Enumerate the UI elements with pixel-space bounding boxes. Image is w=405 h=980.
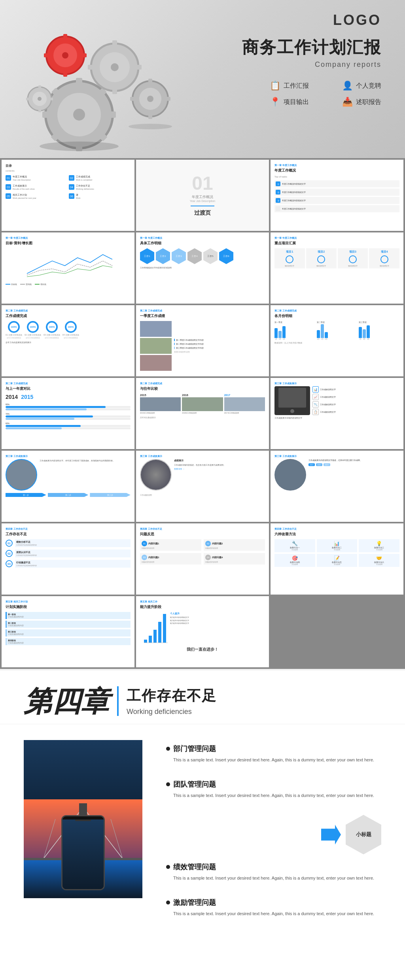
- s12-icon-2: 📈 工作成效说明文字: [312, 394, 399, 400]
- step-2: 第二季度工作成绩说明文字内容: [174, 343, 265, 345]
- bg3-title: 第三季度: [359, 321, 399, 323]
- project-3: 项目3 项目说明文字: [338, 248, 368, 268]
- transition-divider: [191, 206, 214, 206]
- step-c: 第三步: [90, 493, 131, 497]
- legend-1: 目标线: [6, 283, 17, 285]
- slide-donut: 第二章 工作成绩完成 工作成绩完成 100% 01 主要工作情况说 全年工作的进…: [2, 305, 134, 376]
- clipboard-icon: 📋: [270, 81, 280, 91]
- phone-screen: [62, 819, 104, 890]
- method-2: 📊 改善方法二 方法说明: [317, 539, 358, 552]
- menu-item-2: 👤 个人竞聘: [315, 81, 382, 91]
- ch1-desc-3: 年度工作概况内容描述文字: [282, 199, 306, 202]
- donut-sub-1: 全年工作的进展情况: [7, 337, 21, 339]
- svg-rect-5: [109, 111, 116, 118]
- ch1-icon-1: ①: [276, 181, 280, 186]
- s13-label: 第三章 工作成效展示: [6, 455, 131, 458]
- prob3-title: 内部问题3: [148, 556, 159, 559]
- legend-label-2: 营利线: [26, 283, 32, 285]
- slide-problem-diagram: 第四章 工作存在不足 问题反思 01 内部问题1 问题反思内容说明 02 内部问…: [136, 523, 269, 595]
- s15-text: 工作成效展示内容说明文字描述，记录本年度主要工作成果。: [308, 459, 399, 462]
- year-labels: 2014 2015: [6, 394, 131, 400]
- slide-line-chart: 第一章 年度工作概况 目标·营利·增长图 目标线 营利线 增长线: [2, 232, 134, 304]
- menu-label-2: 个人竞聘: [356, 82, 381, 90]
- ch1-label: 第一章 年度工作概况: [274, 164, 399, 167]
- prob-3: 03 内部问题3 问题反思内容说明: [140, 553, 201, 565]
- problem-text-3: This is a sample text. Insert your desir…: [173, 875, 381, 882]
- m6-desc: 方法说明: [360, 563, 398, 565]
- toc-item-3: 03 工作成效展示Results of the work show: [6, 184, 67, 190]
- step-3: 第三季度工作成绩说明文字内容: [174, 347, 265, 349]
- svg-point-34: [38, 97, 42, 101]
- cl2: 70%: [6, 413, 131, 415]
- s12-icon-1: 📊 工作成效说明文字: [312, 386, 399, 393]
- bc2-col3: 6月: [325, 332, 328, 340]
- donut-label-1: 01 主要工作情况说: [6, 334, 22, 336]
- svg-rect-22: [63, 72, 67, 77]
- yp2-desc: 2016年工作情况说明: [182, 412, 223, 414]
- prob-1: 01 内部问题1 问题反思内容说明: [140, 539, 201, 551]
- ability-bar-chart: [140, 612, 168, 644]
- donut-label-3: 03 主要工作情况说: [44, 334, 60, 336]
- problem-text-1: This is a sample text. Insert your desir…: [173, 757, 381, 764]
- donut-2: 100% 02 主要工作情况说 全年工作的进展情况: [25, 321, 41, 339]
- problem-section-2: 团队管理问题 This is a sample text. Insert you…: [166, 780, 381, 799]
- hero-menu: 📋 工作汇报 👤 个人竞聘 📍 项目输出 📥 述职报告: [242, 81, 381, 107]
- yp-3: 2017 2017年工作情况说明: [224, 394, 265, 414]
- toc-num-3: 03: [6, 184, 11, 190]
- prob2-desc: 问题反思内容说明: [205, 547, 263, 549]
- menu-label-1: 工作汇报: [284, 82, 309, 90]
- prob-4: 04 内部问题4 问题反思内容说明: [204, 553, 265, 565]
- donut-3: 100% 03 主要工作情况说 全年工作的进展情况: [44, 321, 60, 339]
- toc-header-en: contents: [6, 170, 131, 172]
- toc-en-2: Work is completed: [76, 179, 92, 181]
- pf2b: [6, 418, 74, 420]
- svg-rect-29: [148, 114, 152, 119]
- toc-item-2: 02 工作成绩完成Work is completed: [69, 175, 131, 181]
- bc3: 7月 8月 9月: [359, 324, 399, 340]
- s8-label: 第二章 工作成绩完成: [140, 309, 265, 313]
- proj3-desc: 项目说明文字: [339, 265, 367, 267]
- inbox-icon: 📥: [342, 97, 353, 107]
- logo: LOGO: [242, 12, 381, 28]
- prob1-title: 内部问题1: [148, 542, 159, 546]
- stage2-content: 第二阶段 计划实施说明内容: [6, 621, 131, 628]
- yp3-img: [224, 397, 265, 411]
- prob4-desc: 问题反思内容说明: [205, 561, 263, 563]
- proj4-title: 项目4: [371, 250, 398, 254]
- tag-1: 成效1: [308, 463, 315, 466]
- hex-section-1: 小标题: [166, 815, 381, 854]
- toc-text-6: 谢: [76, 193, 81, 197]
- hex-4: 工作4: [187, 248, 202, 264]
- svg-rect-6: [42, 111, 49, 118]
- ch1-desc-2: 年度工作概况内容描述文字: [282, 191, 306, 193]
- method-4: 🎯 改善方法四 方法说明: [274, 554, 315, 567]
- problem-label-2: 团队管理问题: [173, 780, 216, 789]
- svg-rect-24: [44, 53, 49, 57]
- svg-point-2: [73, 109, 85, 121]
- slide-six-methods: 第四章 工作存在不足 六种改善方法 🔧 改善方法一 方法说明 📊 改善方法二 方…: [271, 523, 403, 595]
- def-num-1: 01: [6, 540, 13, 547]
- phone-notch: [75, 819, 91, 821]
- stage-3: 第三阶段 计划实施说明内容: [6, 629, 131, 636]
- prob2-header: 02 内部问题2: [205, 541, 263, 546]
- s19-title: 计划实施阶段: [6, 604, 131, 610]
- ch1-item-4: 年度工作概况内容描述文字: [274, 205, 399, 212]
- svg-point-27: [147, 96, 153, 102]
- s14-layout: 成绩展示 工作成效详细内容描述，包含各方面工作进展与成果说明。 查看详情 →: [140, 459, 265, 491]
- donut-val-2: 100%: [27, 321, 39, 333]
- problem-section-1: 部门管理问题 This is a sample text. Insert you…: [166, 744, 381, 764]
- cl3: 60%: [6, 422, 131, 425]
- chapter-title-en: Working deficiencies: [127, 708, 217, 716]
- def-item-1: 01 绩效分析不足 工作存在不足的具体说明内容: [6, 539, 131, 547]
- pb3: [6, 425, 131, 427]
- s14-list: 成绩展示 工作成效详细内容描述，包含各方面工作进展与成果说明。 查看详情 →: [174, 459, 265, 491]
- cbar-1: 80%: [6, 403, 131, 410]
- s8-steps: 第一季度工作成绩说明文字内容 第二季度工作成绩说明文字内容 第三季度工作成绩说明…: [174, 321, 265, 371]
- s19-label: 第五章 相关工作计划: [6, 600, 131, 604]
- bc1-bar1: [274, 328, 278, 338]
- toc-text-5: 相关工作计划: [13, 193, 36, 197]
- project-grid: 项目1 项目说明文字 项目2 项目说明文字 项目3 项目说明文字 项目4 项目说…: [274, 248, 399, 268]
- s5-title: 具体工作明细: [140, 241, 265, 246]
- s12-icon-4: 📋 工作成效说明文字: [312, 409, 399, 415]
- project-1: 项目1 项目说明文字: [274, 248, 305, 268]
